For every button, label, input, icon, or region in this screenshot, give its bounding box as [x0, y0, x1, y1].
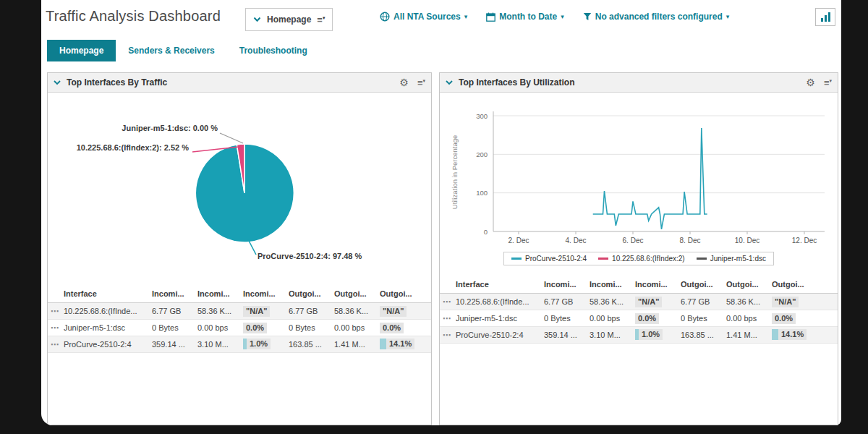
column-header[interactable]: Incomi... [635, 280, 681, 289]
interface-name[interactable]: Juniper-m5-1:dsc [456, 314, 544, 323]
row-menu-icon[interactable]: ⋯ [443, 314, 456, 323]
line-chart-area: Utilization in Percentage 01002003002. D… [440, 93, 838, 344]
table-cell: 3.10 M... [197, 340, 243, 349]
toolbar-label: No advanced filters configured [595, 12, 723, 22]
tab-troubleshooting[interactable]: Troubleshooting [227, 40, 320, 61]
column-header[interactable]: Outgoi... [334, 289, 380, 298]
column-header[interactable]: Outgoi... [380, 289, 425, 298]
table-cell: 14.1% [772, 329, 817, 341]
table-cell: 1.0% [243, 339, 289, 351]
calendar-icon [486, 12, 495, 22]
table-cell: 6.77 GB [152, 307, 197, 315]
table-cell: 0.00 bps [334, 323, 380, 332]
page-title: Traffic Analysis Dashboard [46, 8, 221, 25]
value-badge: "N/A" [243, 306, 270, 317]
interfaces-table: InterfaceIncomi...Incomi...Incomi...Outg… [48, 285, 431, 353]
table-cell: 1.41 M... [334, 340, 380, 349]
pie-chart: Juniper-m5-1:dsc: 0.00 % 10.225.68.6:(If… [48, 93, 430, 279]
row-menu-icon[interactable]: ⋯ [443, 331, 456, 340]
nav-tabs: HomepageSenders & ReceiversTroubleshooti… [47, 40, 320, 61]
column-header[interactable]: Outgoi... [726, 280, 772, 289]
row-menu-icon[interactable]: ⋯ [51, 323, 64, 333]
value-badge: 14.1% [772, 329, 807, 340]
page-selector[interactable]: Homepage ≡▾ [245, 8, 333, 31]
table-cell: 1.0% [635, 329, 681, 341]
table-cell: 163.85 ... [289, 340, 334, 349]
x-tick-label: 8. Dec [680, 237, 701, 244]
table-cell: "N/A" [772, 297, 817, 307]
row-menu-icon[interactable]: ⋯ [443, 297, 456, 307]
header-bar: Traffic Analysis Dashboard Homepage ≡▾ A… [41, 0, 841, 35]
collapse-chevron-icon[interactable] [446, 80, 453, 85]
column-header[interactable]: Incomi... [152, 289, 197, 298]
tab-homepage[interactable]: Homepage [47, 40, 116, 61]
caret-down-icon: ▾ [464, 13, 468, 20]
y-tick-label: 0 [484, 228, 488, 236]
panel-menu-icon[interactable]: ≡▾ [824, 78, 832, 88]
interface-name[interactable]: Juniper-m5-1:dsc [64, 323, 152, 332]
column-header[interactable]: Incomi... [544, 280, 590, 289]
toolbar-nta-sources[interactable]: All NTA Sources▾ [380, 12, 467, 22]
bar-chart-icon [820, 12, 831, 22]
column-header[interactable]: Incomi... [243, 289, 289, 298]
x-tick-label: 4. Dec [566, 237, 587, 244]
column-header[interactable]: Interface [64, 289, 152, 298]
series-line [593, 128, 707, 229]
table-row: ⋯Juniper-m5-1:dsc0 Bytes0.00 bps0.0%0 By… [48, 320, 431, 336]
gear-icon[interactable]: ⚙ [806, 77, 815, 88]
row-menu-icon[interactable]: ⋯ [51, 340, 64, 349]
interface-name[interactable]: 10.225.68.6:(IfInde... [64, 307, 152, 315]
table-cell: 58.36 K... [334, 307, 380, 315]
y-tick-label: 300 [476, 112, 488, 120]
value-badge: "N/A" [772, 297, 799, 307]
legend-label: Juniper-m5-1:dsc [710, 255, 766, 263]
panel-menu-icon[interactable]: ≡▾ [417, 78, 425, 88]
panel-title: Top Interfaces By Utilization [459, 77, 574, 88]
interface-name[interactable]: ProCurve-2510-2:4 [456, 331, 544, 339]
table-cell: 6.77 GB [289, 307, 334, 315]
column-header[interactable]: Outgoi... [289, 289, 334, 298]
interface-name[interactable]: ProCurve-2510-2:4 [64, 340, 152, 349]
tab-senders-receivers[interactable]: Senders & Receivers [116, 40, 226, 61]
column-header[interactable]: Outgoi... [681, 280, 726, 289]
toolbar-label: Month to Date [499, 12, 557, 22]
legend-item[interactable]: ProCurve-2510-2:4 [511, 255, 587, 263]
gear-icon[interactable]: ⚙ [399, 77, 409, 88]
panel-top-interfaces-by-traffic: Top Interfaces By Traffic ⚙ ≡▾ Juniper-m… [47, 72, 432, 425]
table-cell: 14.1% [380, 339, 425, 351]
legend-item[interactable]: 10.225.68.6:(IfIndex:2) [598, 255, 685, 263]
table-cell: 359.14 ... [152, 340, 197, 349]
table-cell: 0.0% [243, 323, 289, 333]
value-badge: 0.0% [243, 323, 267, 333]
pie-label-ifindex: 10.225.68.6:(IfIndex:2): 2.52 % [77, 143, 190, 152]
table-row: ⋯10.225.68.6:(IfInde...6.77 GB58.36 K...… [440, 294, 838, 310]
legend-swatch [697, 258, 707, 260]
legend-wrap: ProCurve-2510-2:410.225.68.6:(IfIndex:2)… [440, 252, 838, 265]
value-badge: 0.0% [772, 313, 796, 324]
utilization-chart: Utilization in Percentage 01002003002. D… [440, 93, 836, 246]
toolbar-time-range[interactable]: Month to Date▾ [486, 12, 564, 22]
toolbar-advanced-filters[interactable]: No advanced filters configured▾ [583, 12, 730, 22]
page-list-menu-icon[interactable]: ≡▾ [317, 15, 325, 25]
row-menu-icon[interactable]: ⋯ [51, 307, 64, 316]
table-cell: 3.10 M... [590, 331, 635, 339]
header-filters: All NTA Sources▾Month to Date▾No advance… [380, 12, 729, 22]
pie-label-procurve: ProCurve-2510-2:4: 97.48 % [258, 252, 362, 260]
interface-name[interactable]: 10.225.68.6:(IfInde... [456, 297, 544, 306]
chart-icon-button[interactable] [815, 8, 835, 26]
column-header[interactable]: Interface [456, 280, 544, 289]
table-cell: "N/A" [380, 306, 425, 317]
column-header[interactable]: Incomi... [197, 289, 243, 298]
column-header[interactable]: Outgoi... [772, 280, 817, 289]
collapse-chevron-icon[interactable] [54, 80, 61, 85]
panel-header: Top Interfaces By Utilization ⚙ ≡▾ [440, 73, 838, 93]
value-badge: "N/A" [380, 306, 407, 317]
legend-swatch [511, 258, 522, 260]
column-header[interactable]: Incomi... [590, 280, 635, 289]
table-cell: 0.00 bps [590, 314, 635, 323]
table-cell: 0.00 bps [197, 323, 243, 332]
app-window: Traffic Analysis Dashboard Homepage ≡▾ A… [41, 0, 841, 425]
table-cell: 0.0% [380, 323, 425, 333]
table-row: ⋯ProCurve-2510-2:4359.14 ...3.10 M...1.0… [48, 336, 431, 353]
legend-item[interactable]: Juniper-m5-1:dsc [697, 255, 766, 263]
